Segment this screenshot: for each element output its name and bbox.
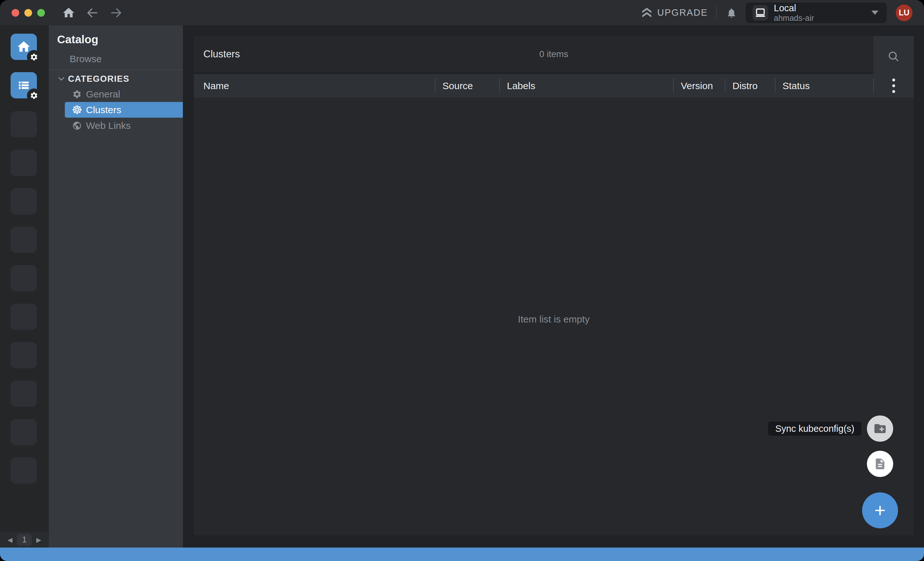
file-text-icon (874, 458, 886, 470)
titlebar: UPGRADE Local ahmads-air LU (0, 0, 924, 25)
table-header-row: Name Source Labels Version Distro Status (194, 74, 914, 97)
chevron-down-icon (57, 74, 66, 84)
cluster-name: Local (774, 3, 814, 13)
hotbar-empty-slot (10, 150, 37, 176)
categories-group-header[interactable]: CATEGORIES (49, 72, 183, 86)
folder-plus-icon (873, 422, 887, 435)
plus-icon: + (874, 501, 885, 520)
column-header[interactable]: Version (673, 74, 725, 97)
sidebar-title: Catalog (57, 33, 98, 46)
add-cluster-fab[interactable]: + (862, 492, 898, 528)
window-controls (12, 9, 45, 16)
kebab-menu-icon (892, 79, 895, 93)
column-menu-button[interactable] (873, 74, 914, 97)
previous-page-arrow-icon[interactable]: ◀ (8, 537, 12, 543)
column-header[interactable]: Name (194, 74, 435, 97)
hotbar-item-settings-badge[interactable] (27, 88, 41, 103)
category-label: Web Links (86, 120, 131, 131)
sidebar-category-item[interactable]: General (49, 86, 183, 102)
sync-kubeconfig-tooltip: Sync kubeconfig(s) (768, 422, 861, 436)
column-header[interactable]: Status (775, 74, 873, 97)
history-nav (62, 6, 123, 19)
maximize-window-button[interactable] (37, 9, 45, 16)
hotbar-empty-slot (10, 458, 37, 484)
topbar-divider (716, 6, 717, 20)
gear-icon (71, 90, 83, 99)
empty-list-message: Item list is empty (518, 308, 590, 325)
current-page-indicator: 1 (17, 534, 32, 546)
cluster-switcher[interactable]: Local ahmads-air (746, 3, 887, 23)
categories-label: CATEGORIES (68, 74, 130, 84)
hotbar-item-catalog[interactable] (10, 72, 37, 99)
app-window: UPGRADE Local ahmads-air LU (0, 0, 924, 561)
column-header[interactable]: Distro (725, 74, 775, 97)
search-icon (887, 50, 900, 63)
hotbar-empty-slot (10, 265, 37, 292)
column-header[interactable]: Labels (499, 74, 673, 97)
home-icon (62, 6, 75, 19)
globe-icon (71, 121, 83, 130)
double-chevron-up-icon (641, 6, 653, 19)
bell-icon (726, 7, 737, 19)
arrow-right-icon (110, 6, 123, 19)
search-button[interactable] (885, 48, 903, 66)
hotbar-empty-slots (10, 111, 37, 484)
next-page-arrow-icon[interactable]: ▶ (36, 537, 41, 543)
hotbar-rail: ◀ 1 ▶ (0, 25, 49, 548)
hotbar-empty-slot (10, 227, 37, 253)
hotbar-empty-slot (10, 419, 37, 445)
hotbar-pagination: ◀ 1 ▶ (0, 532, 49, 548)
close-window-button[interactable] (12, 9, 19, 16)
hotbar-empty-slot (10, 380, 37, 407)
catalog-sidebar: Catalog Browse CATEGORIES General ☸ Clus (49, 25, 183, 548)
items-count: 0 items (194, 49, 914, 59)
hotbar-empty-slot (10, 111, 37, 138)
kubernetes-icon: ☸ (71, 104, 83, 116)
hotbar-empty-slot (10, 304, 37, 330)
hotbar-empty-slot (10, 342, 37, 368)
sidebar-category-item[interactable]: ☸ Clusters (49, 102, 183, 118)
add-from-text-button[interactable] (867, 451, 893, 477)
user-avatar[interactable]: LU (896, 4, 912, 21)
gear-icon (30, 91, 38, 100)
category-list: General ☸ Clusters Web Links (49, 86, 183, 133)
forward-button[interactable] (110, 6, 123, 19)
category-label: General (86, 89, 120, 100)
minimize-window-button[interactable] (24, 9, 32, 16)
arrow-left-icon (86, 6, 99, 19)
topbar-right: UPGRADE Local ahmads-air LU (641, 3, 912, 23)
back-button[interactable] (86, 6, 99, 19)
upgrade-label: UPGRADE (657, 7, 708, 18)
sync-kubeconfig-button[interactable] (867, 416, 893, 442)
laptop-icon (753, 5, 768, 21)
sidebar-divider (49, 69, 183, 70)
dropdown-caret-icon (872, 10, 879, 15)
notifications-button[interactable] (725, 6, 738, 19)
hotbar-empty-slot (10, 188, 37, 214)
column-header[interactable]: Source (435, 74, 499, 97)
cluster-switcher-text: Local ahmads-air (774, 3, 814, 22)
sidebar-item-browse[interactable]: Browse (49, 50, 183, 67)
list-header: Clusters 0 items (194, 36, 914, 72)
gear-icon (30, 53, 38, 61)
upgrade-button[interactable]: UPGRADE (641, 6, 708, 19)
table-body: Item list is empty Sync kubeconfig(s) + (194, 97, 914, 536)
home-button[interactable] (62, 6, 75, 19)
browse-label: Browse (70, 54, 102, 64)
sidebar-category-item[interactable]: Web Links (49, 118, 183, 133)
header-actions-column (873, 36, 914, 74)
catalog-content: Clusters 0 items Name Source Labels Vers… (194, 26, 914, 536)
cluster-description: ahmads-air (774, 14, 814, 22)
hotbar-item-home[interactable] (10, 34, 37, 60)
status-bar (0, 548, 924, 561)
category-label: Clusters (86, 105, 121, 115)
hotbar-item-settings-badge[interactable] (27, 50, 41, 64)
